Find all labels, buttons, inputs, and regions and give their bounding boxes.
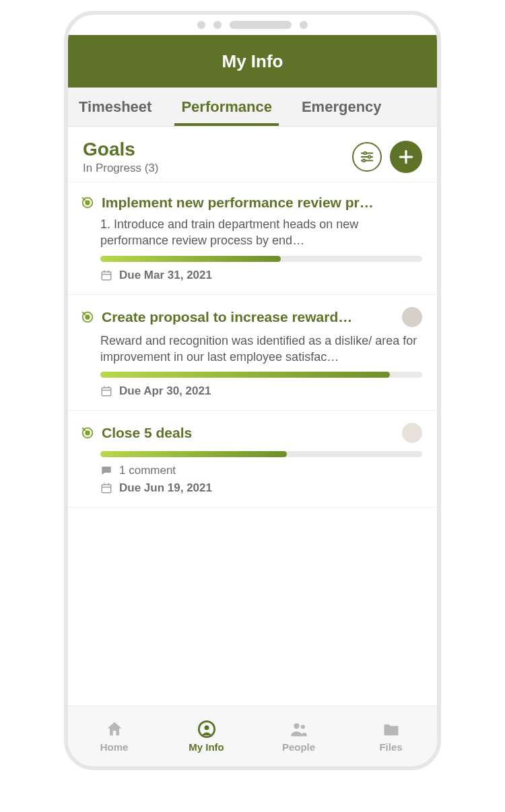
device-button-power [438,255,441,298]
nav-people[interactable]: People [252,706,345,766]
device-speaker [230,21,292,29]
tab-label: Emergency [302,98,382,116]
goal-title: Implement new performance review pr… [102,195,422,211]
phone-frame: My Info Timesheet Performance Emergency … [64,11,441,770]
device-camera-dot [197,21,205,29]
goal-progress-fill [100,451,287,457]
svg-point-9 [86,201,90,205]
calendar-icon [100,385,112,397]
svg-point-3 [368,156,371,158]
goal-title: Create proposal to increase reward… [102,309,395,325]
svg-point-21 [86,431,90,435]
svg-point-1 [364,152,366,155]
calendar-icon [100,269,112,281]
tab-timesheet[interactable]: Timesheet [68,88,166,126]
tab-label: Performance [181,98,272,116]
goal-item[interactable]: Close 5 deals 1 comment [68,411,437,508]
filter-button[interactable] [352,142,382,172]
goal-progress [100,372,422,378]
home-icon [105,720,124,739]
tab-label: Timesheet [79,98,152,116]
goal-progress [100,451,422,457]
section-title: Goals [83,139,352,160]
folder-icon [382,720,401,739]
goal-description: 1. Introduce and train department heads … [100,216,422,249]
comment-icon [100,465,112,477]
avatar [402,307,422,327]
svg-rect-22 [102,485,111,493]
goal-item[interactable]: Create proposal to increase reward… Rewa… [68,295,437,411]
goal-due: Due Jun 19, 2021 [119,481,212,495]
plus-icon [397,148,415,166]
goal-due: Due Apr 30, 2021 [119,384,211,398]
nav-my-info[interactable]: My Info [160,706,252,766]
device-camera-dot-2 [300,21,308,29]
goal-progress-fill [100,372,390,378]
svg-point-27 [204,725,209,730]
svg-rect-16 [102,388,111,396]
nav-label: Home [100,741,129,753]
title-bar: My Info [68,35,437,88]
target-icon [80,195,95,210]
nav-label: My Info [189,741,224,753]
svg-point-5 [363,160,366,162]
bottom-nav: Home My Info People Files [68,706,437,766]
goal-title: Close 5 deals [102,425,395,441]
tab-performance[interactable]: Performance [166,88,287,126]
goal-due: Due Mar 31, 2021 [119,269,212,282]
svg-point-29 [300,724,304,729]
device-button-volume-down [64,287,67,368]
svg-point-15 [86,315,90,319]
goal-description: Reward and recognition was identified as… [100,333,422,366]
profile-icon [197,720,216,739]
goal-progress-fill [100,256,281,262]
section-header: Goals In Progress (3) [68,127,437,182]
avatar [402,423,422,443]
section-subtitle: In Progress (3) [83,162,352,175]
tab-bar: Timesheet Performance Emergency [68,88,437,127]
target-icon [80,310,95,325]
goal-progress [100,256,422,262]
device-notch [68,15,437,35]
nav-home[interactable]: Home [68,706,160,766]
goal-item[interactable]: Implement new performance review pr… 1. … [68,182,437,295]
tab-emergency[interactable]: Emergency [287,88,397,126]
content-area[interactable]: Goals In Progress (3) [68,127,437,706]
sliders-icon [360,149,374,164]
add-goal-button[interactable] [390,141,422,173]
nav-label: People [282,741,315,753]
goal-comments: 1 comment [119,464,176,477]
svg-rect-10 [102,271,111,279]
nav-label: Files [379,741,402,753]
nav-files[interactable]: Files [345,706,437,766]
device-sensor-dot [213,21,222,29]
svg-point-28 [294,723,299,729]
calendar-icon [100,482,112,494]
people-icon [290,720,308,739]
target-icon [80,426,95,440]
page-title: My Info [222,51,283,72]
device-button-volume-up [64,203,67,264]
